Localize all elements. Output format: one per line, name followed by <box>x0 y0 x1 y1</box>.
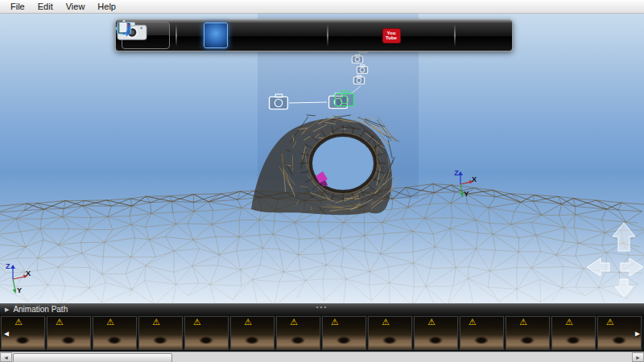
export-button[interactable] <box>482 23 506 48</box>
slideshow-button[interactable] <box>427 23 452 48</box>
filmstrip-prev-icon[interactable]: ◄ <box>2 329 10 338</box>
splitter-grip-dots[interactable]: ••• <box>316 304 328 311</box>
toolbar-separator <box>175 24 177 47</box>
warning-icon: ⚠ <box>331 318 339 327</box>
svg-text:Y: Y <box>464 190 469 198</box>
warning-icon: ⚠ <box>106 318 114 327</box>
warning-icon: ⚠ <box>56 318 64 327</box>
warning-icon: ⚠ <box>427 318 436 327</box>
thumbnail[interactable]: ⚠ <box>414 316 458 350</box>
warning-icon: ⚠ <box>606 318 614 327</box>
svg-text:Z: Z <box>454 169 459 177</box>
main-toolbar: YouTube <box>115 19 513 51</box>
warning-icon: ⚠ <box>193 318 201 327</box>
youtube-icon: YouTube <box>382 28 401 43</box>
warning-icon: ⚠ <box>244 318 252 327</box>
warning-icon: ⚠ <box>519 318 527 327</box>
thumbnail[interactable]: ⚠ <box>368 316 412 350</box>
thumbnail[interactable]: ⚠ <box>322 316 366 350</box>
viewport-3d[interactable]: ZXYZXY <box>0 14 644 303</box>
scrollbar-thumb[interactable] <box>13 353 172 362</box>
svg-text:Z: Z <box>6 262 10 270</box>
orbit-tool-button[interactable] <box>276 23 300 48</box>
screen-view-button[interactable] <box>252 23 276 48</box>
animation-path-bar[interactable]: ▶ Animation Path ••• <box>0 303 644 315</box>
warning-icon: ⚠ <box>382 318 390 327</box>
email-share-button[interactable] <box>355 23 379 48</box>
svg-text:Y: Y <box>17 286 22 294</box>
cube-view-button[interactable] <box>458 23 482 48</box>
warning-icon: ⚠ <box>14 318 23 327</box>
menu-edit[interactable]: Edit <box>31 0 60 13</box>
thumbnail[interactable]: ⚠ <box>460 316 504 350</box>
filmstrip-thumbs: ⚠⚠⚠⚠⚠⚠⚠⚠⚠⚠⚠⚠⚠⚠ <box>1 316 642 350</box>
thumbnail[interactable]: ⚠ <box>551 316 596 350</box>
thumbnail[interactable]: ⚠ <box>47 316 91 350</box>
youtube-share-button[interactable]: YouTube <box>379 23 403 48</box>
filmstrip: ◄ ⚠⚠⚠⚠⚠⚠⚠⚠⚠⚠⚠⚠⚠⚠ ► <box>0 315 644 352</box>
svg-text:X: X <box>26 269 31 278</box>
material-diamond-button[interactable] <box>331 23 355 48</box>
select-tool-button[interactable] <box>180 23 204 48</box>
menu-help[interactable]: Help <box>91 0 122 13</box>
annotate-pen-button[interactable] <box>403 23 427 48</box>
viewport-scene: ZXYZXY <box>0 14 644 303</box>
menu-file[interactable]: File <box>4 0 31 13</box>
menu-view[interactable]: View <box>60 0 92 13</box>
thumbnail[interactable]: ⚠ <box>230 316 275 350</box>
thumbnail[interactable]: ⚠ <box>184 316 229 350</box>
pan-tool-button[interactable] <box>228 23 252 48</box>
scroll-left-icon[interactable]: ◄ <box>0 352 12 362</box>
warning-icon: ⚠ <box>290 318 298 327</box>
warning-icon: ⚠ <box>565 318 573 327</box>
thumbnail[interactable]: ⚠ <box>138 316 183 350</box>
thumbnail[interactable]: ⚠ <box>93 316 137 350</box>
menu-bar: File Edit View Help <box>0 0 644 14</box>
warning-icon: ⚠ <box>152 318 160 327</box>
expander-triangle-icon[interactable]: ▶ <box>5 306 9 313</box>
youtube-label-line2: Tube <box>386 35 397 40</box>
thumbnail[interactable]: ⚠ <box>506 316 550 350</box>
toolbar-separator <box>327 24 328 47</box>
scroll-right-icon[interactable]: ► <box>632 352 644 362</box>
filmstrip-next-icon[interactable]: ► <box>634 329 642 338</box>
select-3d-tool-button[interactable] <box>204 23 228 48</box>
animation-path-label: Animation Path <box>13 305 68 314</box>
toolbar-separator <box>454 24 456 47</box>
thumbnail[interactable]: ⚠ <box>276 316 320 350</box>
svg-text:X: X <box>472 175 477 183</box>
photo-capture-button[interactable] <box>300 23 324 48</box>
horizontal-scrollbar[interactable]: ◄ ► <box>0 352 644 362</box>
warning-icon: ⚠ <box>469 318 477 327</box>
